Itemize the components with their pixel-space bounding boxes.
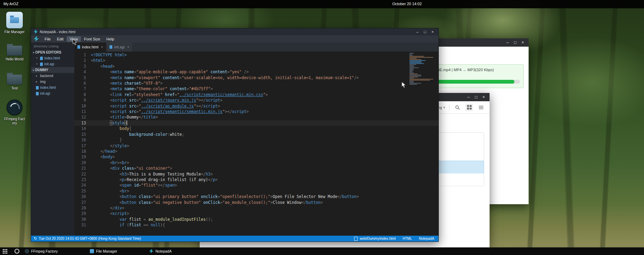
file-manager-task-icon bbox=[90, 249, 94, 253]
minimize-button[interactable]: – bbox=[465, 94, 472, 100]
window-controls: – □ × bbox=[465, 94, 490, 100]
code-line[interactable]: 26 <button class="ui primary button" onc… bbox=[74, 194, 438, 199]
code-line[interactable]: 12 <title>Dummy</title> bbox=[74, 114, 438, 120]
tab-indexhtml[interactable]: index.html × bbox=[74, 42, 106, 51]
code-line[interactable]: 8 <link rel="stylesheet" href="../script… bbox=[74, 92, 438, 97]
code-line[interactable]: 6 <meta charset="UTF-8"> bbox=[74, 81, 438, 86]
code-line[interactable]: 7 <meta name="theme-color" content="#4b7… bbox=[74, 86, 438, 92]
menu-file[interactable]: File bbox=[41, 36, 54, 42]
minimize-button[interactable]: – bbox=[414, 29, 420, 35]
start-button[interactable] bbox=[3, 249, 7, 254]
minimap[interactable] bbox=[409, 53, 434, 85]
status-app: NotepadA bbox=[419, 237, 434, 240]
task-label: FFmpeg Factory bbox=[31, 249, 58, 253]
desktop-icon-label: File Manager bbox=[3, 30, 26, 34]
tab-initagi[interactable]: init.agi × bbox=[106, 42, 133, 51]
open-editor-item-initagi[interactable]: × init.agi bbox=[31, 61, 74, 67]
maximize-button[interactable]: □ bbox=[512, 39, 518, 46]
notepada-titlebar[interactable]: NotepadA - index.html – □ × bbox=[31, 28, 438, 35]
aroz-logo-icon[interactable] bbox=[15, 249, 19, 254]
code-line[interactable]: 11 <script src="../script/semantic/seman… bbox=[74, 109, 438, 114]
menu-help[interactable]: Help bbox=[103, 36, 117, 42]
code-line[interactable]: 25 <br> bbox=[74, 188, 438, 194]
code-line[interactable]: 20 <br><br> bbox=[74, 160, 438, 166]
section-open-editors[interactable]: ▾OPEN EDITORS bbox=[31, 49, 74, 55]
minimap-line bbox=[409, 79, 433, 79]
section-dummy-folder[interactable]: ▾DUMMY bbox=[31, 67, 74, 73]
desktop-icon-ffmpeg-factory[interactable]: FFmpeg Factory bbox=[3, 100, 26, 125]
menu-font-size[interactable]: Font Size bbox=[81, 36, 103, 42]
desktop-icon-file-manager[interactable]: File Manager bbox=[3, 12, 26, 34]
menu-edit[interactable]: Edit bbox=[54, 36, 67, 42]
code-line[interactable]: 9 <script src="../script/jquery.min.js">… bbox=[74, 97, 438, 103]
folder-item-img[interactable]: ▸ img bbox=[31, 79, 74, 85]
code-line[interactable]: 21 <div class="ui container"> bbox=[74, 166, 438, 171]
code-line[interactable]: 15 background-color:white; bbox=[74, 132, 438, 137]
folder-item-backend[interactable]: ▸ backend bbox=[31, 73, 74, 79]
minimap-line bbox=[409, 76, 422, 76]
code-line[interactable]: 10 <script src="../script/ao_module.js">… bbox=[74, 103, 438, 109]
search-icon[interactable] bbox=[454, 104, 461, 111]
close-icon[interactable]: × bbox=[36, 55, 39, 61]
notepada-logo-icon bbox=[34, 36, 39, 42]
file-icon bbox=[77, 45, 80, 49]
minimap-line bbox=[409, 56, 424, 57]
folder-icon bbox=[7, 46, 22, 56]
code-line[interactable]: 18 </head> bbox=[74, 149, 438, 154]
line-number: 8 bbox=[74, 92, 91, 97]
code-line[interactable]: 24 <span id="flist"></span> bbox=[74, 182, 438, 188]
code-line[interactable]: 19 <body> bbox=[74, 154, 438, 160]
folder-name: img bbox=[40, 79, 46, 85]
code-line[interactable]: 30 var flist = ao_module_loadInputFiles(… bbox=[74, 217, 438, 222]
aroz-menu-button[interactable]: My ArOZ bbox=[3, 2, 18, 6]
line-number: 26 bbox=[74, 194, 91, 199]
menu-view[interactable]: View bbox=[67, 36, 81, 42]
line-number: 13 bbox=[74, 120, 91, 126]
code-line[interactable]: 23 <p>Received drag-in filelist (if any)… bbox=[74, 177, 438, 182]
close-button[interactable]: × bbox=[481, 94, 487, 100]
file-item-initagi[interactable]: init.agi bbox=[31, 91, 74, 96]
close-icon[interactable]: × bbox=[101, 45, 103, 49]
desktop-icon-test[interactable]: Test bbox=[3, 73, 26, 91]
close-icon[interactable]: × bbox=[127, 45, 129, 49]
open-editor-item-indexhtml[interactable]: × index.html bbox=[31, 55, 74, 61]
chevron-down-icon: ▾ bbox=[33, 51, 34, 54]
task-notepada[interactable]: NotepadA bbox=[147, 247, 174, 255]
close-icon[interactable]: × bbox=[36, 61, 39, 67]
list-view-icon[interactable] bbox=[477, 104, 485, 111]
line-number: 24 bbox=[74, 182, 91, 188]
task-ffmpeg-factory[interactable]: FFmpeg Factory bbox=[23, 247, 60, 255]
code-line[interactable]: 22 <h3>This is a Dummy Testing Module</h… bbox=[74, 171, 438, 177]
window-title: NotepadA - index.html bbox=[40, 30, 75, 34]
line-number: 23 bbox=[74, 177, 91, 182]
file-icon bbox=[40, 63, 43, 66]
grid-view-icon[interactable] bbox=[465, 104, 473, 111]
line-number: 25 bbox=[74, 188, 91, 194]
code-line[interactable]: 17 </style> bbox=[74, 143, 438, 149]
maximize-button[interactable]: □ bbox=[473, 94, 479, 100]
code-line[interactable]: 1<!DOCTYPE html> bbox=[74, 52, 438, 58]
code-line[interactable]: 2<html> bbox=[74, 58, 438, 63]
desktop-icon-hello-world[interactable]: Hello World bbox=[3, 44, 26, 62]
code-line[interactable]: 5 <meta name="viewport" content="user-sc… bbox=[74, 75, 438, 81]
maximize-button[interactable]: □ bbox=[422, 29, 428, 35]
clock: October 20 14:02 bbox=[392, 2, 422, 6]
code-line[interactable]: 13 <style> bbox=[74, 120, 438, 126]
code-line[interactable]: 27 <button class="ui negative button" on… bbox=[74, 200, 438, 205]
code-line[interactable]: 14 body{ bbox=[74, 126, 438, 131]
code-line[interactable]: 29 <script> bbox=[74, 211, 438, 216]
close-button[interactable]: × bbox=[520, 39, 526, 46]
close-button[interactable]: × bbox=[429, 29, 436, 35]
code-line[interactable]: 16 } bbox=[74, 137, 438, 143]
code-line[interactable]: 3 <head> bbox=[74, 64, 438, 69]
code-line[interactable]: 28 </div> bbox=[74, 205, 438, 211]
task-file-manager[interactable]: File Manager bbox=[88, 247, 119, 255]
code-area[interactable]: 1<!DOCTYPE html>2<html>3 <head>4 <meta n… bbox=[74, 51, 438, 236]
code-line[interactable]: 31 if (flist == null){ bbox=[74, 222, 438, 228]
minimize-button[interactable]: – bbox=[504, 39, 511, 46]
minimap-line bbox=[409, 77, 418, 77]
file-item-indexhtml[interactable]: index.html bbox=[31, 85, 74, 91]
code-line[interactable]: 4 <meta name="apple-mobile-web-app-capab… bbox=[74, 69, 438, 75]
grid-icon bbox=[3, 249, 4, 250]
file-name: index.html bbox=[40, 85, 56, 91]
